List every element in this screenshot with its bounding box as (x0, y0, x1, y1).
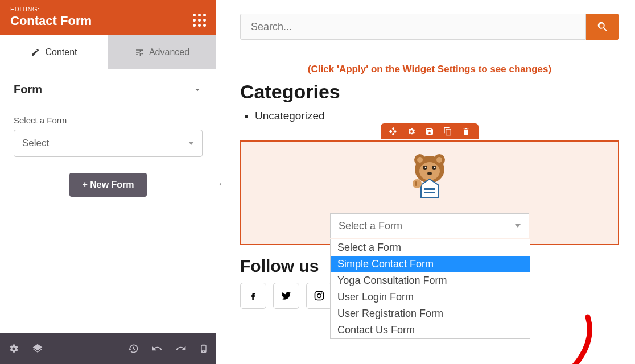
facebook-icon (248, 290, 259, 301)
duplicate-icon[interactable] (443, 127, 452, 136)
form-select-sidebar[interactable]: Select (14, 130, 203, 157)
move-icon[interactable] (389, 127, 398, 136)
social-facebook[interactable] (240, 283, 266, 309)
widget-toolbar (381, 123, 479, 139)
field-label-select-form: Select a Form (14, 115, 203, 125)
gear-icon[interactable] (8, 343, 19, 354)
svg-rect-11 (424, 188, 435, 190)
editing-label: EDITING: (10, 6, 206, 13)
preview-canvas: (Click 'Apply' on the Widget Settings to… (224, 0, 635, 364)
sidebar-footer (0, 333, 216, 364)
chevron-left-icon (217, 180, 223, 188)
svg-rect-14 (415, 181, 417, 186)
pencil-icon (31, 48, 40, 57)
layers-icon[interactable] (32, 343, 43, 354)
caret-down-icon (188, 142, 194, 145)
tab-advanced-label: Advanced (149, 47, 189, 57)
undo-icon[interactable] (151, 343, 163, 354)
twitter-icon (281, 290, 292, 301)
svg-point-10 (427, 172, 432, 175)
instagram-icon (314, 290, 325, 301)
dropdown-option[interactable]: Select a Form (331, 239, 530, 256)
dropdown-option[interactable]: Contact Us Form (331, 322, 530, 338)
dropdown-option[interactable]: Yoga Consultation Form (331, 272, 530, 289)
section-form[interactable]: Form (14, 83, 203, 102)
search-bar (240, 14, 619, 40)
svg-point-5 (436, 157, 442, 163)
svg-point-8 (425, 167, 427, 168)
collapse-sidebar[interactable] (216, 176, 224, 192)
save-icon[interactable] (425, 127, 434, 136)
apps-icon[interactable] (193, 14, 206, 27)
svg-point-17 (321, 292, 323, 293)
caret-down-icon (515, 224, 521, 228)
categories-list: Uncategorized (240, 110, 619, 122)
annotation-arrow-icon (534, 311, 602, 364)
editor-sidebar: EDITING: Contact Form Content Advanced F… (0, 0, 216, 364)
svg-point-16 (318, 294, 321, 298)
content-panel: Form Select a Form Select + New Form (0, 69, 216, 333)
edit-widget-icon[interactable] (407, 127, 416, 136)
new-form-button[interactable]: + New Form (69, 173, 146, 197)
redo-icon[interactable] (175, 343, 187, 354)
search-input[interactable] (240, 14, 586, 40)
responsive-icon[interactable] (199, 342, 208, 355)
apply-hint: (Click 'Apply' on the Widget Settings to… (240, 64, 619, 75)
tab-advanced[interactable]: Advanced (108, 35, 216, 69)
widget-title: Contact Form (10, 14, 206, 28)
form-select-preview-label: Select a Form (339, 220, 402, 232)
svg-point-4 (417, 157, 423, 163)
form-select-preview[interactable]: Select a Form Select a FormSimple Contac… (330, 213, 529, 238)
sliders-icon (135, 48, 144, 57)
search-button[interactable] (586, 14, 619, 40)
svg-point-9 (434, 167, 436, 168)
section-form-label: Form (14, 83, 42, 96)
svg-point-7 (432, 166, 436, 170)
panel-tabs: Content Advanced (0, 35, 216, 69)
wpforms-widget[interactable]: Select a Form Select a FormSimple Contac… (240, 140, 619, 245)
dropdown-option[interactable]: User Registration Form (331, 305, 530, 322)
tab-content[interactable]: Content (0, 35, 108, 69)
categories-heading: Categories (240, 81, 619, 103)
form-select-sidebar-value: Select (22, 138, 49, 149)
chevron-down-icon (192, 85, 203, 95)
social-twitter[interactable] (273, 283, 299, 309)
svg-point-6 (423, 166, 427, 170)
svg-rect-12 (424, 192, 435, 193)
category-item[interactable]: Uncategorized (255, 110, 619, 122)
tab-content-label: Content (45, 47, 77, 57)
social-instagram[interactable] (306, 283, 332, 309)
widget-wrapper: Select a Form Select a FormSimple Contac… (240, 140, 619, 245)
search-icon (596, 20, 609, 33)
wpforms-mascot-icon (401, 150, 458, 201)
divider (14, 213, 203, 213)
dropdown-option[interactable]: User Login Form (331, 289, 530, 305)
dropdown-option[interactable]: Simple Contact Form (331, 256, 530, 272)
form-select-dropdown: Select a FormSimple Contact FormYoga Con… (330, 239, 530, 339)
history-icon[interactable] (127, 343, 139, 354)
sidebar-header: EDITING: Contact Form (0, 0, 216, 35)
delete-icon[interactable] (461, 127, 471, 136)
